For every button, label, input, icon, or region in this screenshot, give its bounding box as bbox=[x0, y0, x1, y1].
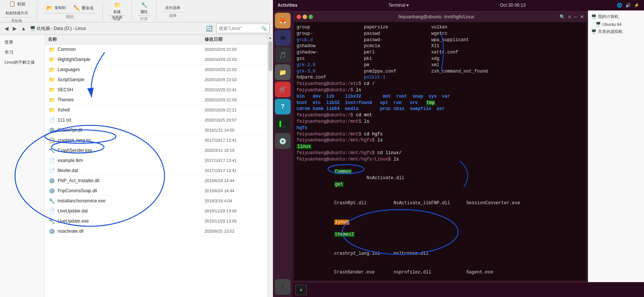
file-row[interactable]: ⚙️ CrashRpt.dll 2019/1/21 14:50 bbox=[45, 125, 267, 135]
file-icon: 🔧 bbox=[48, 147, 55, 154]
rename-button[interactable]: ✏️ 重命名 bbox=[70, 3, 96, 13]
taskbar-preview[interactable]: ■ bbox=[295, 285, 307, 295]
file-name: installanchorservice.exe bbox=[58, 198, 205, 203]
file-name: example.tkm bbox=[58, 158, 205, 163]
forward-button[interactable]: ▶ bbox=[11, 25, 18, 32]
dock-apps[interactable]: ⋮ bbox=[275, 279, 291, 295]
tree-item-computer[interactable]: 🖥️ 我的计算机 bbox=[590, 13, 643, 21]
right-file-tree: 🖥️ 我的计算机 🖥️ Ubuntu 64 🖥️ 共享的虚拟机 bbox=[588, 10, 644, 282]
file-date: 2020/10/29 22:03 bbox=[205, 98, 264, 102]
file-date: 2020/10/29 22:21 bbox=[205, 108, 264, 112]
up-button[interactable]: ▲ bbox=[19, 25, 28, 32]
scrollbar-vertical[interactable]: ▲ bbox=[267, 35, 273, 297]
close-button[interactable] bbox=[297, 15, 301, 19]
col-name-header[interactable]: 名称 bbox=[48, 36, 205, 43]
path-part2[interactable]: Data (D:) bbox=[53, 26, 72, 31]
dock-firefox[interactable]: 🦊 bbox=[275, 13, 291, 28]
computer-icon: 🖥️ bbox=[591, 14, 597, 19]
terminal-body[interactable]: group papersize vulkan group- passwd wge… bbox=[294, 22, 587, 281]
file-icon: 📁 bbox=[48, 96, 55, 104]
sidebar-item-world[interactable]: 世界 bbox=[1, 38, 43, 47]
reverse-select-button[interactable]: 反向选择 bbox=[163, 4, 183, 12]
paste-button[interactable]: 📋 粘贴 bbox=[6, 0, 28, 9]
search-box[interactable]: 🔍 bbox=[216, 24, 270, 33]
sidebar-item-linux[interactable]: Linux的不解之缘 bbox=[1, 58, 43, 67]
file-name: FnpCommsSoap.dll bbox=[58, 188, 205, 193]
shared-icon: 🖥️ bbox=[591, 29, 597, 34]
file-row[interactable]: ⚙️ nsactivate.dll 2020/8/25 13:52 bbox=[45, 226, 267, 236]
file-icon: 📁 bbox=[48, 76, 55, 83]
file-row[interactable]: 📄 LiveUpdate.dat 2019/11/29 13:09 bbox=[45, 206, 267, 216]
file-name: Common bbox=[58, 47, 205, 52]
paste-shortcut-button[interactable]: 粘贴快捷方式 bbox=[3, 9, 31, 17]
file-name: CrashRpt.dll bbox=[58, 128, 205, 133]
new-section: 📁 新建 文件夹 新建 bbox=[109, 0, 125, 22]
file-name: Xshell bbox=[58, 107, 205, 113]
file-icon: 🔧 bbox=[48, 217, 55, 225]
tree-label-ubuntu: Ubuntu 64 bbox=[602, 22, 622, 27]
terminal-menu-icon[interactable]: ≡ bbox=[568, 14, 571, 19]
file-row[interactable]: ⚙️ FNP_Act_Installer.dll 2019/6/24 14:44 bbox=[45, 176, 267, 186]
main-content: 世界 学习 Linux的不解之缘 名称 修改日期 📁 Common 2020/1… bbox=[0, 35, 273, 297]
file-name: LiveUpdate.exe bbox=[58, 218, 205, 224]
file-date: 2019/6/24 14:44 bbox=[205, 178, 264, 183]
file-row[interactable]: 📁 Xshell 2020/10/29 22:21 bbox=[45, 105, 267, 115]
terminal-menu[interactable]: Terminal ▾ bbox=[389, 3, 409, 8]
file-row[interactable]: 📁 ScriptSample 2020/10/29 22:03 bbox=[45, 75, 267, 85]
file-row[interactable]: 🔧 LiveUpdate.exe 2019/11/29 13:09 bbox=[45, 216, 267, 226]
maximize-button[interactable] bbox=[309, 15, 313, 19]
file-row[interactable]: 🔧 installanchorservice.exe 2019/3/19 4:0… bbox=[45, 196, 267, 206]
minimize-button[interactable] bbox=[303, 15, 307, 19]
file-row[interactable]: 📁 SECSH 2020/10/29 22:41 bbox=[45, 85, 267, 95]
scroll-up-arrow[interactable]: ▲ bbox=[268, 35, 273, 40]
file-row[interactable]: 📄 example.tkm 2017/10/17 13:41 bbox=[45, 156, 267, 166]
path-part1[interactable]: 此电脑 bbox=[37, 25, 50, 32]
explorer-panel: 📋 粘贴 粘贴快捷方式 剪贴板 📂 复制到 ✏️ 重命名 bbox=[0, 0, 273, 297]
ubuntu-topbar: Activities Terminal ▾ Oct 30 06:13 🌐 🔊 ⚡ bbox=[273, 0, 644, 10]
clipboard-section: 📋 粘贴 粘贴快捷方式 剪贴板 bbox=[3, 0, 31, 24]
properties-button[interactable]: 🔧 属性 bbox=[138, 0, 150, 15]
scroll-thumb[interactable] bbox=[269, 41, 272, 71]
file-name: Themes bbox=[58, 97, 205, 102]
back-button[interactable]: ◀ bbox=[3, 25, 10, 32]
new-folder-button[interactable]: 📁 新建 文件夹 bbox=[109, 0, 125, 15]
datetime-display: Oct 30 06:13 bbox=[500, 3, 526, 8]
copy-to-button[interactable]: 📂 复制到 bbox=[43, 3, 68, 13]
dock-email[interactable]: ✉ bbox=[275, 30, 291, 46]
dock-store[interactable]: 🛒 bbox=[275, 82, 291, 97]
activities-button[interactable]: Activities bbox=[277, 3, 297, 8]
file-icon: ⚙️ bbox=[48, 187, 55, 195]
select-section: 反向选择 选择 bbox=[163, 4, 183, 18]
refresh-button[interactable]: 🔄 bbox=[205, 25, 214, 32]
file-row[interactable]: 🔧 CrashSender.exe 2020/3/12 18:19 bbox=[45, 146, 267, 156]
file-row[interactable]: ⚙️ FnpCommsSoap.dll 2019/6/24 14:44 bbox=[45, 186, 267, 196]
dock-files[interactable]: 📁 bbox=[275, 64, 291, 80]
dock-help[interactable]: ? bbox=[275, 99, 291, 114]
file-row[interactable]: 📋 crashrpt_lang.ini 2017/10/17 13:41 bbox=[45, 135, 267, 146]
file-row[interactable]: 📁 Common 2020/10/29 22:03 bbox=[45, 45, 267, 55]
file-list-header: 名称 修改日期 bbox=[45, 35, 267, 45]
dock-music[interactable]: 🎵 bbox=[275, 47, 291, 63]
open-section: 🔧 属性 打开 bbox=[138, 0, 150, 22]
tree-item-shared[interactable]: 🖥️ 共享的虚拟机 bbox=[590, 28, 643, 36]
terminal-title: feiyuanhang@ubuntu: /mnt/hgfs/Linux bbox=[316, 14, 556, 19]
col-date-header[interactable]: 修改日期 bbox=[205, 36, 264, 43]
file-row[interactable]: 📄 filexfer.dat 2017/10/17 13:41 bbox=[45, 166, 267, 176]
path-icon: 🖥️ bbox=[30, 26, 36, 31]
file-row[interactable]: 📄 111.txt 2020/10/25 20:07 bbox=[45, 115, 267, 125]
address-path[interactable]: 🖥️ 此电脑 › Data (D:) › Linux bbox=[30, 25, 202, 32]
file-row[interactable]: 📁 HighlightSample 2020/10/29 22:03 bbox=[45, 55, 267, 65]
nav-buttons: ◀ ▶ ▲ bbox=[3, 25, 28, 32]
file-row[interactable]: 📁 Themes 2020/10/29 22:03 bbox=[45, 95, 267, 105]
dock-dvd[interactable]: 💿 bbox=[275, 133, 291, 149]
dock-terminal[interactable]: ▌_ bbox=[275, 116, 291, 132]
terminal-search-icon[interactable]: 🔍 bbox=[559, 14, 565, 19]
file-icon: 📄 bbox=[48, 207, 55, 215]
search-input[interactable] bbox=[219, 26, 260, 31]
file-row[interactable]: 📁 Languages 2020/10/29 22:03 bbox=[45, 65, 267, 75]
sidebar-item-learn[interactable]: 学习 bbox=[1, 48, 43, 57]
path-part3[interactable]: Linux bbox=[75, 26, 86, 31]
tree-item-ubuntu[interactable]: 🖥️ Ubuntu 64 bbox=[590, 21, 643, 28]
terminal-minimize-icon[interactable]: ─ bbox=[574, 14, 577, 19]
terminal-close-icon[interactable]: ✕ bbox=[580, 14, 584, 19]
